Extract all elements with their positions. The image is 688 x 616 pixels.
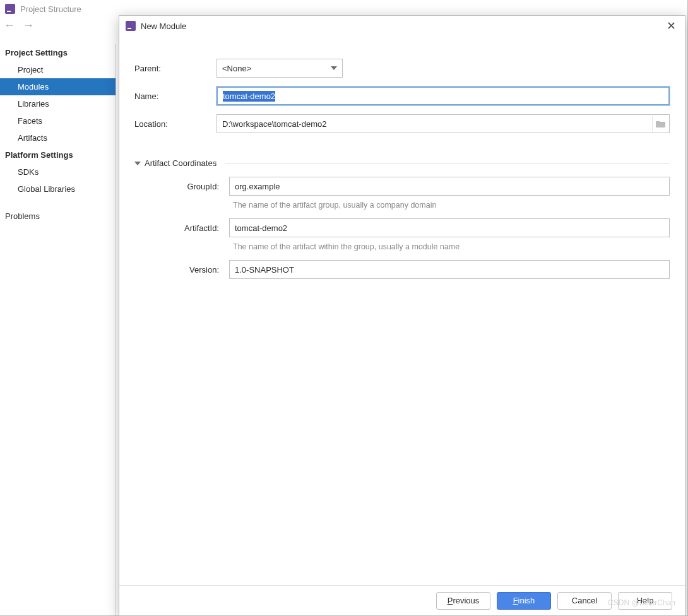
sidebar-item-project[interactable]: Project [0,61,116,78]
chevron-down-icon [134,162,141,165]
parent-value: <None> [222,64,251,73]
dialog-footer: Previous Finish Cancel Help [119,585,685,615]
nav-forward-icon[interactable]: → [23,19,34,32]
help-button[interactable]: Help [618,592,672,610]
name-input[interactable]: tomcat-demo2 [216,86,670,105]
name-label: Name: [134,92,210,101]
new-module-dialog: New Module ✕ Parent: <None> Name: tomcat… [119,15,685,616]
sidebar-item-artifacts[interactable]: Artifacts [0,129,116,146]
sidebar-item-problems[interactable]: Problems [0,208,116,225]
chevron-down-icon [331,66,337,70]
section-platform-settings: Platform Settings [0,146,116,163]
sidebar-item-global-libraries[interactable]: Global Libraries [0,181,116,198]
location-row: Location: [134,114,670,133]
version-label: Version: [155,265,223,275]
svg-rect-0 [5,4,15,14]
section-project-settings: Project Settings [0,44,116,61]
sidebar-item-facets[interactable]: Facets [0,112,116,129]
project-structure-title: Project Structure [20,4,81,14]
sidebar-item-libraries[interactable]: Libraries [0,95,116,112]
project-structure-sidebar: Project Settings Project Modules Librari… [0,44,116,615]
dialog-titlebar: New Module ✕ [119,16,685,36]
artifactid-input[interactable] [229,218,670,237]
svg-rect-1 [7,11,11,12]
location-label: Location: [134,119,210,129]
sidebar-item-sdks[interactable]: SDKs [0,163,116,181]
close-icon[interactable]: ✕ [664,19,679,33]
previous-button[interactable]: Previous [436,592,490,610]
version-row: Version: [134,260,670,279]
svg-rect-3 [128,28,131,29]
name-value: tomcat-demo2 [223,91,275,102]
parent-label: Parent: [134,64,210,73]
artifact-coordinates-label: Artifact Coordinates [145,158,216,168]
finish-button[interactable]: Finish [497,592,551,610]
dialog-content: Parent: <None> Name: tomcat-demo2 Locati… [119,36,685,585]
folder-icon [656,120,666,127]
name-row: Name: tomcat-demo2 [134,86,670,105]
parent-row: Parent: <None> [134,59,670,78]
artifactid-hint: The name of the artifact within the grou… [134,242,670,251]
groupid-input[interactable] [229,177,670,196]
artifactid-label: ArtifactId: [155,223,223,233]
artifact-coordinates-toggle[interactable]: Artifact Coordinates [134,158,670,168]
sidebar-item-modules[interactable]: Modules [0,78,116,95]
groupid-label: GroupId: [155,182,223,191]
groupid-hint: The name of the artifact group, usually … [134,201,670,210]
browse-location-button[interactable] [652,114,670,133]
dialog-title: New Module [141,21,659,31]
nav-back-icon[interactable]: ← [4,19,15,32]
artifactid-row: ArtifactId: [134,218,670,237]
groupid-row: GroupId: [134,177,670,196]
intellij-logo-icon [5,4,15,14]
svg-rect-2 [126,21,136,31]
cancel-button[interactable]: Cancel [557,592,612,610]
intellij-logo-icon [126,21,136,31]
parent-combo[interactable]: <None> [216,59,343,78]
location-input[interactable] [216,114,652,133]
version-input[interactable] [229,260,670,279]
